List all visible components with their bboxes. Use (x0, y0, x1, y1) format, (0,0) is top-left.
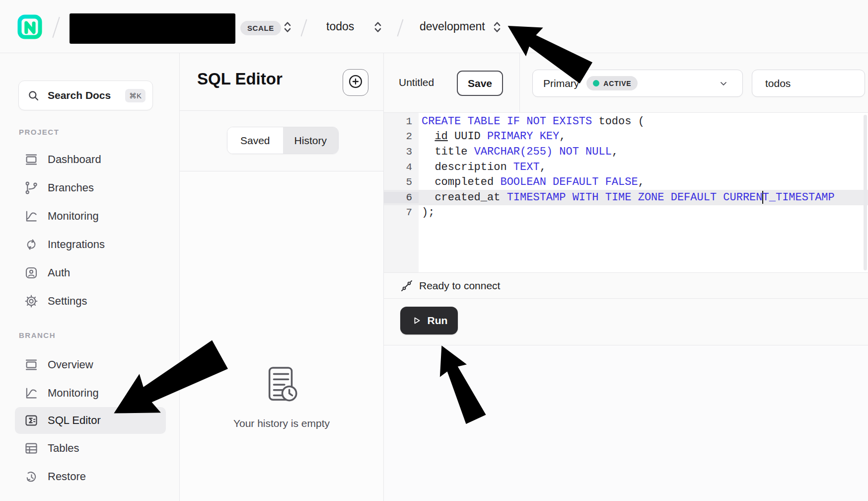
connect-icon (400, 279, 413, 292)
project-selector-chevrons[interactable] (373, 20, 382, 34)
new-query-button[interactable] (343, 69, 368, 96)
code-line-4[interactable]: 4 description TEXT, (384, 160, 868, 175)
tab-history[interactable]: History (283, 127, 339, 154)
search-icon (27, 89, 40, 102)
neon-logo[interactable] (17, 14, 42, 39)
breadcrumb-branch[interactable]: development (420, 20, 485, 33)
play-icon (411, 315, 423, 327)
query-tabs-band: SavedHistory (180, 111, 383, 171)
overview-icon (24, 357, 39, 372)
chevron-down-icon (719, 79, 728, 88)
sidebar-item-tables[interactable]: Tables (0, 434, 180, 462)
neon-console: SCALE todos development (0, 0, 868, 501)
settings-icon (24, 294, 39, 309)
line-number: 5 (384, 176, 419, 188)
breadcrumb-project[interactable]: todos (326, 20, 354, 33)
editor-panel: Untitled Save Primary ACTIVE todos 1CREA… (384, 53, 868, 501)
save-button[interactable]: Save (457, 71, 503, 96)
integrations-icon (24, 237, 39, 252)
sidebar-item-label: SQL Editor (48, 414, 101, 427)
org-selector-chevrons[interactable] (283, 20, 292, 34)
redacted-org-name (70, 13, 235, 44)
sidebar-item-auth[interactable]: Auth (0, 258, 180, 287)
sidebar-item-settings[interactable]: Settings (0, 287, 180, 315)
code-line-2[interactable]: 2 id UUID PRIMARY KEY, (384, 129, 868, 145)
sql-code-editor[interactable]: 1CREATE TABLE IF NOT EXISTS todos (2 id … (384, 113, 868, 272)
restore-icon (24, 469, 39, 484)
empty-history-icon (263, 365, 301, 408)
code-line-5[interactable]: 5 completed BOOLEAN DEFAULT FALSE, (384, 174, 868, 190)
monitoring-icon (24, 209, 39, 224)
branch-selector-chevrons[interactable] (493, 20, 502, 34)
sidebar-item-label: Branches (48, 181, 94, 194)
code-line-3[interactable]: 3 title VARCHAR(255) NOT NULL, (384, 144, 868, 160)
run-button[interactable]: Run (400, 307, 458, 334)
saved-history-toggle: SavedHistory (227, 127, 339, 154)
auth-icon (24, 265, 39, 280)
breadcrumb-separator (300, 19, 307, 37)
line-number: 6 (384, 192, 419, 203)
toolbar-divider (519, 53, 520, 113)
query-tab-title: Untitled (399, 77, 434, 88)
search-shortcut-badge: ⌘K (125, 89, 145, 102)
code-text: title VARCHAR(255) NOT NULL, (419, 146, 618, 158)
run-band: Run (384, 299, 868, 345)
code-text: id UUID PRIMARY KEY, (419, 130, 566, 143)
empty-history-message: Your history is empty (180, 418, 383, 429)
search-docs-label: Search Docs (48, 89, 111, 101)
plus-circle-icon (347, 73, 364, 92)
sidebar-item-label: Tables (48, 442, 79, 455)
sidebar: Search Docs ⌘K PROJECTDashboardBranchesM… (0, 53, 180, 501)
breadcrumb-separator (52, 17, 60, 38)
sidebar-section-label: BRANCH (19, 331, 56, 339)
database-selector[interactable]: todos (752, 70, 865, 97)
sidebar-item-label: Dashboard (48, 153, 101, 166)
page-title: SQL Editor (197, 70, 283, 88)
connection-status-text: Ready to connect (419, 280, 500, 292)
code-line-1[interactable]: 1CREATE TABLE IF NOT EXISTS todos ( (384, 114, 868, 129)
code-text: created_at TIMESTAMP WITH TIME ZONE DEFA… (419, 191, 835, 204)
database-name: todos (765, 78, 791, 89)
sidebar-item-label: Integrations (48, 238, 105, 251)
sidebar-item-restore[interactable]: Restore (0, 462, 180, 491)
top-header: SCALE todos development (0, 0, 868, 53)
sidebar-item-monitoring[interactable]: Monitoring (0, 202, 180, 230)
monitoring-icon (24, 386, 39, 401)
compute-status-badge: ACTIVE (586, 76, 638, 90)
dashboard-icon (24, 152, 39, 167)
connection-status-bar: Ready to connect (384, 272, 868, 299)
code-text: completed BOOLEAN DEFAULT FALSE, (419, 176, 645, 188)
plan-badge[interactable]: SCALE (240, 21, 281, 35)
editor-scrollbar[interactable] (864, 115, 867, 270)
sidebar-item-label: Auth (48, 266, 70, 279)
line-number: 1 (384, 116, 419, 127)
tab-saved[interactable]: Saved (227, 127, 283, 154)
search-docs-button[interactable]: Search Docs ⌘K (18, 81, 153, 110)
code-text: ); (419, 206, 434, 219)
tables-icon (24, 441, 39, 456)
sidebar-item-label: Monitoring (48, 210, 99, 223)
sidebar-item-branches[interactable]: Branches (0, 173, 180, 202)
sql-editor-icon (24, 413, 39, 428)
line-number: 3 (384, 146, 419, 158)
line-number: 2 (384, 131, 419, 142)
branches-icon (24, 180, 39, 195)
sidebar-item-dashboard[interactable]: Dashboard (0, 145, 180, 173)
sidebar-item-label: Monitoring (48, 387, 99, 400)
code-text: description TEXT, (419, 161, 546, 173)
sql-panel-header: SQL Editor (180, 53, 383, 111)
code-line-7[interactable]: 7); (384, 205, 868, 221)
sidebar-item-integrations[interactable]: Integrations (0, 230, 180, 258)
line-number: 7 (384, 207, 419, 218)
breadcrumb-separator (397, 19, 403, 37)
sidebar-item-label: Overview (48, 358, 93, 371)
code-line-6[interactable]: 6 created_at TIMESTAMP WITH TIME ZONE DE… (384, 190, 868, 205)
editor-toolbar: Untitled Save Primary ACTIVE todos (384, 53, 868, 113)
sidebar-section-label: PROJECT (19, 128, 59, 136)
sidebar-item-label: Settings (48, 295, 87, 308)
sql-history-panel: SQL Editor SavedHistory Your history is … (180, 53, 384, 501)
sidebar-item-label: Restore (48, 470, 86, 483)
status-dot-icon (593, 80, 599, 86)
code-text: CREATE TABLE IF NOT EXISTS todos ( (419, 115, 645, 128)
line-number: 4 (384, 162, 419, 173)
